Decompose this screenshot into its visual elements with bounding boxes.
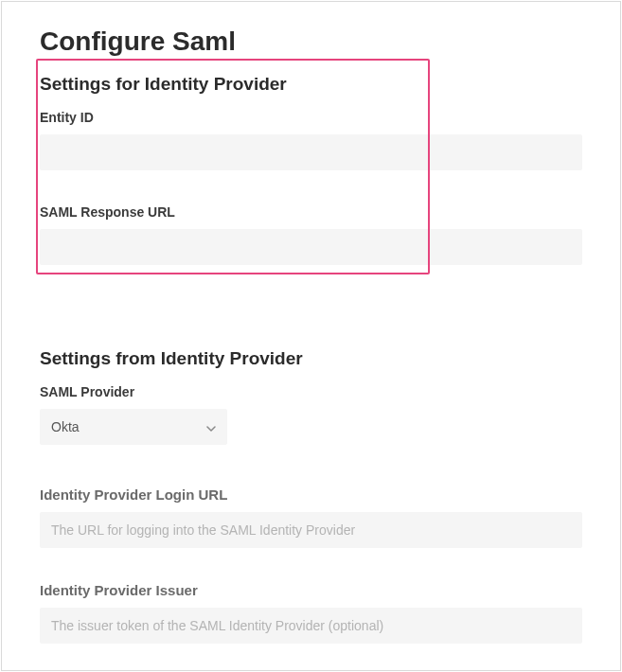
idp-login-url-label: Identity Provider Login URL [40, 486, 582, 503]
saml-provider-select-wrapper: Okta [40, 409, 227, 445]
page-title: Configure Saml [40, 27, 582, 57]
section-title-from: Settings from Identity Provider [40, 348, 582, 369]
section-identity-provider-for: Settings for Identity Provider Entity ID… [40, 74, 582, 297]
entity-id-input[interactable] [40, 134, 582, 170]
saml-provider-label: SAML Provider [40, 384, 582, 399]
entity-id-label: Entity ID [40, 110, 582, 125]
idp-issuer-input[interactable] [40, 608, 582, 644]
section-identity-provider-from: Settings from Identity Provider SAML Pro… [40, 348, 582, 672]
idp-issuer-label: Identity Provider Issuer [40, 582, 582, 598]
section-title-for: Settings for Identity Provider [40, 74, 582, 95]
idp-login-url-input[interactable] [40, 512, 582, 548]
saml-response-url-label: SAML Response URL [40, 204, 582, 220]
saml-response-url-input[interactable] [40, 229, 582, 265]
saml-provider-select[interactable]: Okta [40, 409, 227, 445]
